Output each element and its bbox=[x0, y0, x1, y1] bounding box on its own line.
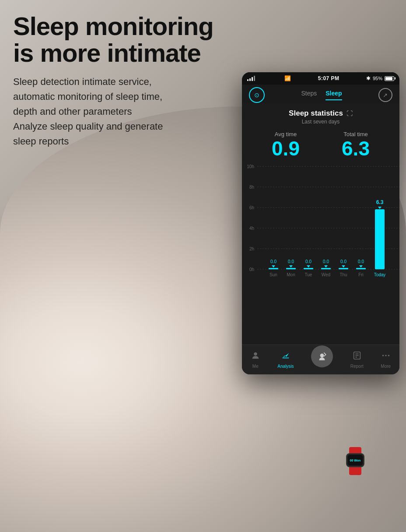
bar-wed bbox=[321, 268, 331, 269]
signal-bar-2 bbox=[249, 78, 251, 81]
tab-sleep[interactable]: Sleep bbox=[326, 90, 342, 100]
y-label-6h: 6h bbox=[249, 205, 254, 210]
battery-percent: 95% bbox=[373, 76, 382, 81]
total-value: 6.3 bbox=[342, 138, 370, 159]
bar-today bbox=[375, 209, 385, 269]
headline-line2: is more intimate bbox=[13, 39, 201, 67]
nav-report-label: Report bbox=[350, 364, 364, 369]
chart-svg: 10h 8h 6h 4h 2h 0h 0.0 Sun 0.0 bbox=[242, 160, 399, 345]
svg-point-8 bbox=[385, 355, 387, 356]
me-icon bbox=[251, 351, 260, 363]
bar-val-today: 6.3 bbox=[376, 199, 384, 205]
desc-line-4: sleep reports bbox=[13, 136, 69, 147]
report-icon bbox=[352, 351, 362, 363]
avg-label: Avg time bbox=[272, 131, 300, 137]
phone-content: Sleep statistics ⛶ Last seven days Avg t… bbox=[242, 103, 399, 345]
watch-body: 00 Won bbox=[346, 453, 364, 467]
watch-screen-text: 00 Won bbox=[350, 459, 361, 462]
bar-arrow-mon bbox=[289, 265, 293, 268]
avg-value: 0.9 bbox=[272, 138, 300, 159]
bar-val-wed: 0.0 bbox=[323, 259, 329, 264]
bar-fri bbox=[356, 268, 366, 269]
watch-screen: 00 Won bbox=[348, 455, 363, 465]
day-today: Today bbox=[374, 272, 386, 277]
battery-icon bbox=[385, 76, 394, 81]
text-section: Sleep monitoring is more intimate Sleep … bbox=[13, 13, 241, 149]
desc-line-3: Analyze sleep quality and generate bbox=[13, 121, 163, 132]
signal-bar-4 bbox=[254, 76, 255, 81]
day-wed: Wed bbox=[322, 272, 330, 277]
y-label-4h: 4h bbox=[249, 226, 254, 231]
bar-val-mon: 0.0 bbox=[288, 259, 294, 264]
bar-thu bbox=[339, 268, 348, 269]
clock-icon[interactable]: ⊙ bbox=[249, 87, 265, 103]
sleep-stats-subtitle: Last seven days bbox=[251, 119, 391, 125]
description: Sleep detection intimate service, automa… bbox=[13, 74, 241, 149]
nav-more-label: More bbox=[381, 364, 391, 369]
wifi-icon: 📶 bbox=[284, 75, 291, 81]
desc-line-0: Sleep detection intimate service, bbox=[13, 76, 152, 87]
bar-arrow-thu bbox=[342, 265, 345, 268]
bar-mon bbox=[286, 268, 296, 269]
nav-analysis-label: Analysis bbox=[277, 364, 294, 369]
headline: Sleep monitoring is more intimate bbox=[13, 13, 241, 67]
tabs-center: Steps Sleep bbox=[301, 90, 342, 100]
day-thu: Thu bbox=[340, 272, 347, 277]
y-label-10h: 10h bbox=[247, 164, 254, 169]
expand-icon[interactable]: ⛶ bbox=[346, 110, 353, 117]
nav-analysis[interactable]: Analysis bbox=[277, 351, 294, 369]
total-time-metric: Total time 6.3 bbox=[342, 131, 370, 159]
bar-arrow-tue bbox=[307, 265, 310, 268]
status-time: 5:07 PM bbox=[318, 75, 340, 81]
watch-strap-bottom bbox=[349, 466, 361, 475]
analysis-icon bbox=[281, 351, 290, 363]
bar-val-thu: 0.0 bbox=[340, 259, 346, 264]
nav-report[interactable]: Report bbox=[350, 351, 364, 369]
y-label-0h: 0h bbox=[249, 267, 254, 272]
y-label-2h: 2h bbox=[249, 247, 254, 251]
total-label: Total time bbox=[342, 131, 370, 137]
bar-arrow-wed bbox=[324, 265, 328, 268]
signal-bar-3 bbox=[252, 77, 253, 81]
chart-wrapper: 10h 8h 6h 4h 2h 0h 0.0 Sun 0.0 bbox=[242, 160, 399, 345]
sleep-stats-title: Sleep statistics bbox=[289, 109, 343, 118]
bar-val-fri: 0.0 bbox=[358, 259, 364, 264]
day-fri: Fri bbox=[358, 272, 364, 277]
avg-time-metric: Avg time 0.9 bbox=[272, 131, 300, 159]
nav-center[interactable] bbox=[311, 352, 333, 367]
bar-tue bbox=[304, 268, 313, 269]
status-bar: 📶 5:07 PM ✱ 95% bbox=[242, 72, 399, 85]
bluetooth-icon: ✱ bbox=[366, 75, 371, 81]
svg-point-7 bbox=[382, 355, 384, 356]
bottom-nav: Me Analysis Report More bbox=[242, 345, 399, 374]
battery-fill bbox=[385, 77, 392, 80]
metrics-row: Avg time 0.9 Total time 6.3 bbox=[242, 127, 399, 160]
svg-point-2 bbox=[320, 354, 324, 358]
nav-more[interactable]: More bbox=[381, 351, 391, 369]
signal-bar-1 bbox=[247, 79, 248, 81]
day-mon: Mon bbox=[287, 272, 295, 277]
headline-line1: Sleep monitoring bbox=[13, 12, 214, 40]
tab-steps[interactable]: Steps bbox=[301, 90, 317, 100]
share-icon[interactable]: ↗ bbox=[378, 88, 392, 102]
day-sun: Sun bbox=[270, 272, 277, 277]
y-label-8h: 8h bbox=[249, 185, 254, 190]
bar-val-sun: 0.0 bbox=[270, 259, 276, 264]
nav-me-label: Me bbox=[252, 364, 259, 369]
watch-device: 00 Won bbox=[346, 447, 364, 475]
more-icon bbox=[381, 351, 391, 363]
day-tue: Tue bbox=[305, 272, 312, 277]
signal-icon bbox=[247, 76, 255, 81]
center-button[interactable] bbox=[311, 345, 333, 367]
desc-line-2: depth and other parameters bbox=[13, 106, 132, 117]
nav-me[interactable]: Me bbox=[251, 351, 260, 369]
bar-val-tue: 0.0 bbox=[305, 259, 312, 264]
phone-mockup: 📶 5:07 PM ✱ 95% ⊙ Steps Sleep ↗ Sleep st… bbox=[242, 72, 399, 374]
bar-arrow-fri bbox=[359, 265, 363, 268]
status-right-icons: ✱ 95% bbox=[366, 75, 394, 81]
stats-title-row: Sleep statistics ⛶ bbox=[251, 109, 391, 118]
desc-line-1: automatic monitoring of sleep time, bbox=[13, 91, 162, 102]
top-nav-tabs: ⊙ Steps Sleep ↗ bbox=[242, 85, 399, 103]
sleep-stats-header: Sleep statistics ⛶ Last seven days bbox=[242, 103, 399, 127]
svg-point-9 bbox=[388, 355, 389, 356]
